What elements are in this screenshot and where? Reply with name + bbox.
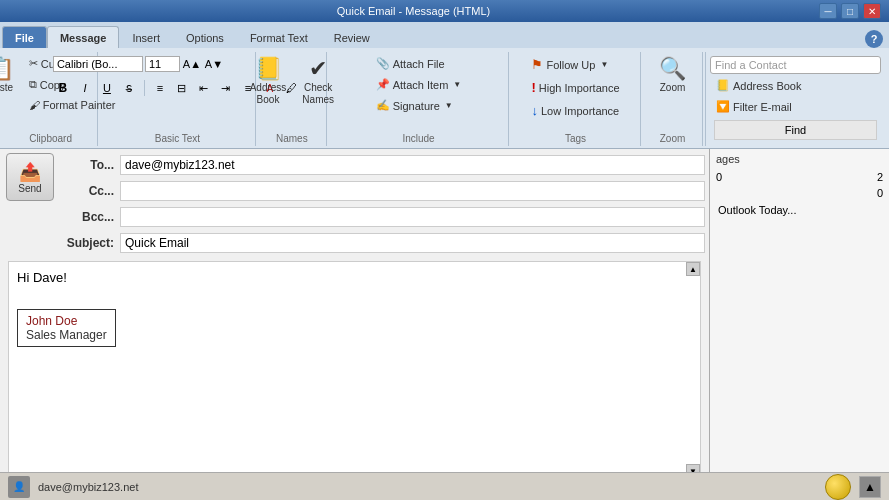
tab-format-text[interactable]: Format Text — [237, 26, 321, 48]
flag-icon: ⚑ — [531, 57, 543, 72]
list-button[interactable]: ≡ — [150, 78, 170, 98]
ribbon-content: 📋 Paste ✂ Cut ⧉ Copy 🖌 Format Painter — [0, 48, 889, 148]
email-area: 📤 Send To... Cc... Bcc... Subj — [0, 149, 709, 483]
attach-file-icon: 📎 — [376, 57, 390, 70]
italic-button[interactable]: I — [75, 78, 95, 98]
attach-item-icon: 📌 — [376, 78, 390, 91]
names-group-content: 📒 AddressBook ✔ CheckNames — [243, 54, 341, 131]
send-label: Send — [18, 183, 41, 194]
maximize-button[interactable]: □ — [841, 3, 859, 19]
tags-group: ⚑ Follow Up ▼ ! High Importance ↓ Low Im… — [511, 52, 641, 146]
paste-icon: 📋 — [0, 58, 14, 80]
section-label: ages — [716, 153, 740, 165]
tab-options[interactable]: Options — [173, 26, 237, 48]
signature-box: John Doe Sales Manager — [17, 309, 116, 347]
names-group: 📒 AddressBook ✔ CheckNames Names — [258, 52, 327, 146]
send-icon: 📤 — [19, 161, 41, 183]
zoom-label: Zoom — [660, 82, 686, 94]
paste-button[interactable]: 📋 Paste — [0, 54, 21, 98]
status-email: dave@mybiz123.net — [38, 481, 817, 493]
email-body[interactable]: Hi Dave! John Doe Sales Manager ▲ ▼ — [8, 261, 701, 479]
to-input[interactable] — [120, 155, 705, 175]
underline-button[interactable]: U — [97, 78, 117, 98]
ages-label: ages — [710, 149, 889, 169]
tab-file[interactable]: File — [2, 26, 47, 48]
ribbon: File Message Insert Options Format Text … — [0, 22, 889, 149]
zoom-button[interactable]: 🔍 Zoom — [652, 54, 693, 98]
zoom-group-label: Zoom — [660, 133, 686, 144]
include-group-content: 📎 Attach File 📌 Attach Item ▼ ✍ Signatur… — [370, 54, 468, 131]
filter-email-button[interactable]: 🔽 Filter E-mail — [710, 97, 881, 116]
signature-button[interactable]: ✍ Signature ▼ — [370, 96, 468, 115]
address-book-right-button[interactable]: 📒 Address Book — [710, 76, 881, 95]
clipboard-label: Clipboard — [29, 133, 72, 144]
font-name-row: A▲ A▼ — [53, 54, 224, 74]
high-importance-button[interactable]: ! High Importance — [525, 77, 625, 98]
decrease-indent-button[interactable]: ⇤ — [194, 78, 214, 98]
body-greeting: Hi Dave! — [17, 270, 692, 285]
outlook-today-item[interactable]: Outlook Today... — [710, 201, 889, 219]
tab-review[interactable]: Review — [321, 26, 383, 48]
address-book-button[interactable]: 📒 AddressBook — [243, 54, 294, 110]
paste-label: Paste — [0, 82, 13, 94]
send-button[interactable]: 📤 Send — [6, 153, 54, 201]
close-button[interactable]: ✕ — [863, 3, 881, 19]
subject-input[interactable] — [120, 233, 705, 253]
signature-arrow: ▼ — [445, 101, 453, 110]
numbered-list-button[interactable]: ⊟ — [172, 78, 192, 98]
font-increase-button[interactable]: A▲ — [182, 54, 202, 74]
include-label: Include — [402, 133, 434, 144]
cc-input[interactable] — [120, 181, 705, 201]
cut-icon: ✂ — [29, 57, 38, 70]
filter-email-label: Filter E-mail — [733, 101, 792, 113]
bold-button[interactable]: B — [53, 78, 73, 98]
check-names-icon: ✔ — [309, 58, 327, 80]
low-importance-icon: ↓ — [531, 103, 538, 118]
high-importance-label: High Importance — [539, 82, 620, 94]
address-book-right-icon: 📒 — [716, 79, 730, 92]
right-ribbon-panel: Find a Contact 📒 Address Book 🔽 Filter E… — [705, 52, 885, 146]
follow-up-button[interactable]: ⚑ Follow Up ▼ — [525, 54, 625, 75]
minimize-button[interactable]: ─ — [819, 3, 837, 19]
low-importance-button[interactable]: ↓ Low Importance — [525, 100, 625, 121]
zoom-group: 🔍 Zoom Zoom — [643, 52, 703, 146]
font-size-input[interactable] — [145, 56, 180, 72]
font-name-input[interactable] — [53, 56, 143, 72]
status-avatar: 👤 — [8, 476, 30, 498]
outlook-today-label: Outlook Today... — [718, 204, 796, 216]
signature-icon: ✍ — [376, 99, 390, 112]
format-painter-icon: 🖌 — [29, 99, 40, 111]
subject-row: Subject: — [60, 231, 705, 255]
help-button[interactable]: ? — [865, 30, 883, 48]
title-bar: Quick Email - Message (HTML) ─ □ ✕ — [0, 0, 889, 22]
count-0: 0 — [716, 171, 722, 183]
tab-message[interactable]: Message — [47, 26, 119, 48]
subject-label: Subject: — [60, 236, 120, 250]
attach-item-button[interactable]: 📌 Attach Item ▼ — [370, 75, 468, 94]
count-rows: 0 2 — [710, 169, 889, 185]
low-importance-label: Low Importance — [541, 105, 619, 117]
address-book-icon: 📒 — [255, 58, 282, 80]
increase-indent-button[interactable]: ⇥ — [216, 78, 236, 98]
zoom-icon: 🔍 — [659, 58, 686, 80]
high-importance-icon: ! — [531, 80, 535, 95]
strikethrough-button[interactable]: S̶ — [119, 78, 139, 98]
status-bar: 👤 dave@mybiz123.net ▲ — [0, 472, 889, 500]
zoom-group-content: 🔍 Zoom — [652, 54, 693, 131]
attach-file-button[interactable]: 📎 Attach File — [370, 54, 468, 73]
count-0b: 0 — [877, 187, 883, 199]
email-fields: To... Cc... Bcc... Subject: — [60, 149, 709, 257]
find-button[interactable]: Find — [714, 120, 877, 140]
signature-name: John Doe — [26, 314, 107, 328]
ribbon-tabs: File Message Insert Options Format Text … — [0, 22, 889, 48]
tab-insert[interactable]: Insert — [119, 26, 173, 48]
bcc-input[interactable] — [120, 207, 705, 227]
scroll-up-button[interactable]: ▲ — [686, 262, 700, 276]
title-bar-text: Quick Email - Message (HTML) — [8, 5, 819, 17]
find-contact-input-area[interactable]: Find a Contact — [710, 56, 881, 74]
font-decrease-button[interactable]: A▼ — [204, 54, 224, 74]
count-2: 2 — [877, 171, 883, 183]
main-area: 📤 Send To... Cc... Bcc... Subj — [0, 149, 889, 483]
status-arrow-button[interactable]: ▲ — [859, 476, 881, 498]
to-row: To... — [60, 153, 705, 177]
